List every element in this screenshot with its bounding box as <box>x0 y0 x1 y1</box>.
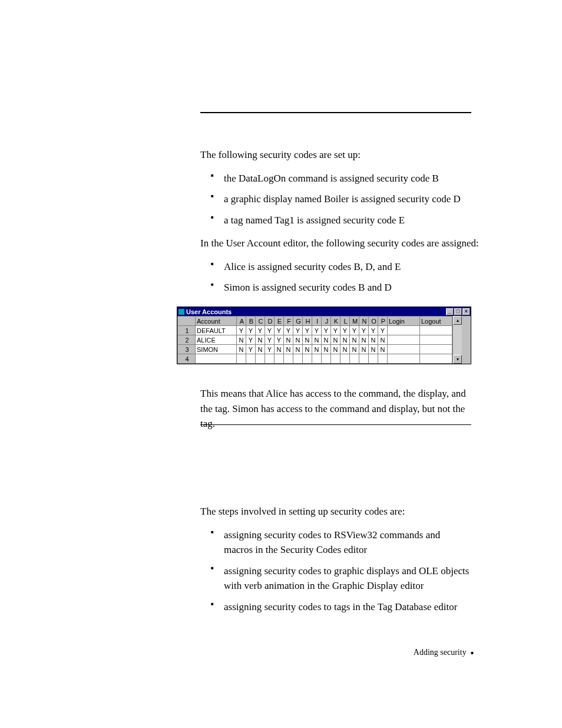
code-cell[interactable]: N <box>378 345 388 354</box>
code-cell[interactable] <box>265 354 275 364</box>
code-cell[interactable]: Y <box>284 326 293 335</box>
account-cell[interactable]: DEFAULT <box>196 326 237 335</box>
code-cell[interactable] <box>322 354 331 364</box>
code-cell[interactable] <box>312 354 322 364</box>
code-cell[interactable]: N <box>359 335 369 345</box>
code-cell[interactable]: Y <box>293 326 303 335</box>
logout-cell[interactable] <box>420 345 452 354</box>
col-H[interactable]: H <box>303 317 312 326</box>
col-O[interactable]: O <box>369 317 378 326</box>
code-cell[interactable]: N <box>303 345 312 354</box>
code-cell[interactable] <box>246 354 256 364</box>
code-cell[interactable]: N <box>322 345 331 354</box>
code-cell[interactable]: Y <box>359 326 369 335</box>
scroll-down-button[interactable]: ▾ <box>453 355 462 364</box>
code-cell[interactable] <box>275 354 284 364</box>
code-cell[interactable]: N <box>369 345 378 354</box>
code-cell[interactable]: N <box>350 345 359 354</box>
code-cell[interactable]: N <box>293 345 303 354</box>
code-cell[interactable]: N <box>303 335 312 345</box>
col-login[interactable]: Login <box>388 317 420 326</box>
logout-cell[interactable] <box>420 326 452 335</box>
scroll-up-button[interactable]: ▴ <box>453 316 462 325</box>
col-M[interactable]: M <box>350 317 359 326</box>
code-cell[interactable]: Y <box>331 326 340 335</box>
code-cell[interactable]: Y <box>265 326 275 335</box>
code-cell[interactable]: Y <box>246 326 256 335</box>
col-G[interactable]: G <box>293 317 303 326</box>
code-cell[interactable]: N <box>359 345 369 354</box>
col-D[interactable]: D <box>265 317 275 326</box>
code-cell[interactable] <box>331 354 340 364</box>
login-cell[interactable] <box>388 345 420 354</box>
account-cell[interactable] <box>196 354 237 364</box>
code-cell[interactable]: Y <box>256 326 265 335</box>
col-J[interactable]: J <box>322 317 331 326</box>
code-cell[interactable] <box>350 354 359 364</box>
code-cell[interactable]: N <box>331 335 340 345</box>
code-cell[interactable]: Y <box>322 326 331 335</box>
code-cell[interactable] <box>237 354 246 364</box>
code-cell[interactable] <box>378 354 388 364</box>
col-N[interactable]: N <box>359 317 369 326</box>
code-cell[interactable]: N <box>378 335 388 345</box>
code-cell[interactable]: Y <box>312 326 322 335</box>
col-I[interactable]: I <box>312 317 322 326</box>
code-cell[interactable]: Y <box>275 326 284 335</box>
code-cell[interactable]: N <box>293 335 303 345</box>
col-L[interactable]: L <box>340 317 350 326</box>
code-cell[interactable]: N <box>284 335 293 345</box>
code-cell[interactable] <box>303 354 312 364</box>
code-cell[interactable]: N <box>275 345 284 354</box>
code-cell[interactable]: N <box>237 335 246 345</box>
row-number[interactable]: 2 <box>178 335 196 345</box>
code-cell[interactable]: N <box>340 335 350 345</box>
col-E[interactable]: E <box>275 317 284 326</box>
code-cell[interactable]: Y <box>265 345 275 354</box>
code-cell[interactable]: Y <box>246 345 256 354</box>
code-cell[interactable]: Y <box>369 326 378 335</box>
code-cell[interactable] <box>284 354 293 364</box>
table-row[interactable]: 1DEFAULTYYYYYYYYYYYYYYYY <box>178 326 452 335</box>
code-cell[interactable] <box>340 354 350 364</box>
login-cell[interactable] <box>388 326 420 335</box>
code-cell[interactable]: Y <box>378 326 388 335</box>
account-cell[interactable]: SIMON <box>196 345 237 354</box>
code-cell[interactable]: Y <box>350 326 359 335</box>
row-number[interactable]: 1 <box>178 326 196 335</box>
code-cell[interactable] <box>369 354 378 364</box>
code-cell[interactable]: N <box>369 335 378 345</box>
code-cell[interactable] <box>293 354 303 364</box>
code-cell[interactable]: N <box>256 335 265 345</box>
code-cell[interactable]: Y <box>237 326 246 335</box>
col-C[interactable]: C <box>256 317 265 326</box>
code-cell[interactable]: Y <box>265 335 275 345</box>
col-A[interactable]: A <box>237 317 246 326</box>
table-row[interactable]: 2ALICENYNYYNNNNNNNNNNN <box>178 335 452 345</box>
code-cell[interactable]: Y <box>246 335 256 345</box>
col-account[interactable]: Account <box>196 317 237 326</box>
code-cell[interactable]: N <box>312 335 322 345</box>
minimize-button[interactable]: _ <box>446 308 454 315</box>
col-B[interactable]: B <box>246 317 256 326</box>
row-number[interactable]: 3 <box>178 345 196 354</box>
code-cell[interactable]: N <box>350 335 359 345</box>
code-cell[interactable]: N <box>322 335 331 345</box>
scroll-track[interactable] <box>453 325 462 355</box>
logout-cell[interactable] <box>420 354 452 364</box>
code-cell[interactable]: N <box>331 345 340 354</box>
logout-cell[interactable] <box>420 335 452 345</box>
accounts-grid[interactable]: Account A B C D E F G H I J K L M <box>177 316 452 364</box>
col-K[interactable]: K <box>331 317 340 326</box>
maximize-button[interactable]: □ <box>454 308 462 315</box>
code-cell[interactable] <box>256 354 265 364</box>
table-row[interactable]: 4 <box>178 354 452 364</box>
col-F[interactable]: F <box>284 317 293 326</box>
vertical-scrollbar[interactable]: ▴ ▾ <box>452 316 462 364</box>
window-titlebar[interactable]: User Accounts _ □ × <box>177 307 471 316</box>
account-cell[interactable]: ALICE <box>196 335 237 345</box>
code-cell[interactable]: N <box>256 345 265 354</box>
col-logout[interactable]: Logout <box>420 317 452 326</box>
col-P[interactable]: P <box>378 317 388 326</box>
code-cell[interactable]: Y <box>303 326 312 335</box>
